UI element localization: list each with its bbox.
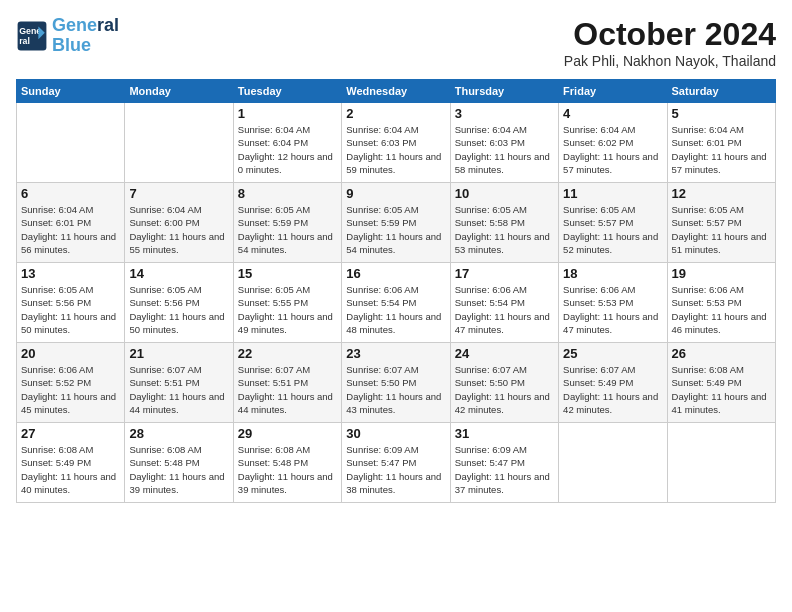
day-info: Sunrise: 6:05 AMSunset: 5:59 PMDaylight:…	[238, 203, 337, 256]
calendar-cell: 30Sunrise: 6:09 AMSunset: 5:47 PMDayligh…	[342, 423, 450, 503]
day-info: Sunrise: 6:05 AMSunset: 5:56 PMDaylight:…	[129, 283, 228, 336]
day-number: 23	[346, 346, 445, 361]
weekday-header-wednesday: Wednesday	[342, 80, 450, 103]
day-number: 6	[21, 186, 120, 201]
day-number: 14	[129, 266, 228, 281]
calendar-cell: 2Sunrise: 6:04 AMSunset: 6:03 PMDaylight…	[342, 103, 450, 183]
day-number: 3	[455, 106, 554, 121]
day-info: Sunrise: 6:04 AMSunset: 6:01 PMDaylight:…	[21, 203, 120, 256]
calendar-week-3: 13Sunrise: 6:05 AMSunset: 5:56 PMDayligh…	[17, 263, 776, 343]
month-title: October 2024	[564, 16, 776, 53]
calendar-cell: 24Sunrise: 6:07 AMSunset: 5:50 PMDayligh…	[450, 343, 558, 423]
day-number: 15	[238, 266, 337, 281]
calendar-cell: 10Sunrise: 6:05 AMSunset: 5:58 PMDayligh…	[450, 183, 558, 263]
svg-text:ral: ral	[19, 36, 30, 46]
calendar-week-5: 27Sunrise: 6:08 AMSunset: 5:49 PMDayligh…	[17, 423, 776, 503]
day-number: 10	[455, 186, 554, 201]
calendar-body: 1Sunrise: 6:04 AMSunset: 6:04 PMDaylight…	[17, 103, 776, 503]
calendar-cell	[17, 103, 125, 183]
day-number: 22	[238, 346, 337, 361]
day-number: 11	[563, 186, 662, 201]
day-info: Sunrise: 6:08 AMSunset: 5:48 PMDaylight:…	[129, 443, 228, 496]
location-subtitle: Pak Phli, Nakhon Nayok, Thailand	[564, 53, 776, 69]
logo: Gene ral GeneralBlue	[16, 16, 119, 56]
calendar-cell: 13Sunrise: 6:05 AMSunset: 5:56 PMDayligh…	[17, 263, 125, 343]
day-number: 20	[21, 346, 120, 361]
day-number: 24	[455, 346, 554, 361]
weekday-header-thursday: Thursday	[450, 80, 558, 103]
day-info: Sunrise: 6:07 AMSunset: 5:51 PMDaylight:…	[129, 363, 228, 416]
calendar-cell	[125, 103, 233, 183]
calendar-cell: 17Sunrise: 6:06 AMSunset: 5:54 PMDayligh…	[450, 263, 558, 343]
calendar-cell: 8Sunrise: 6:05 AMSunset: 5:59 PMDaylight…	[233, 183, 341, 263]
calendar-header: SundayMondayTuesdayWednesdayThursdayFrid…	[17, 80, 776, 103]
day-number: 1	[238, 106, 337, 121]
calendar-week-2: 6Sunrise: 6:04 AMSunset: 6:01 PMDaylight…	[17, 183, 776, 263]
calendar-cell: 23Sunrise: 6:07 AMSunset: 5:50 PMDayligh…	[342, 343, 450, 423]
day-number: 27	[21, 426, 120, 441]
weekday-header-row: SundayMondayTuesdayWednesdayThursdayFrid…	[17, 80, 776, 103]
calendar-cell: 27Sunrise: 6:08 AMSunset: 5:49 PMDayligh…	[17, 423, 125, 503]
day-info: Sunrise: 6:09 AMSunset: 5:47 PMDaylight:…	[455, 443, 554, 496]
calendar-cell: 20Sunrise: 6:06 AMSunset: 5:52 PMDayligh…	[17, 343, 125, 423]
calendar-cell: 25Sunrise: 6:07 AMSunset: 5:49 PMDayligh…	[559, 343, 667, 423]
title-block: October 2024 Pak Phli, Nakhon Nayok, Tha…	[564, 16, 776, 69]
day-info: Sunrise: 6:07 AMSunset: 5:50 PMDaylight:…	[346, 363, 445, 416]
calendar-cell: 12Sunrise: 6:05 AMSunset: 5:57 PMDayligh…	[667, 183, 775, 263]
calendar-cell: 5Sunrise: 6:04 AMSunset: 6:01 PMDaylight…	[667, 103, 775, 183]
calendar-cell	[667, 423, 775, 503]
calendar-cell: 3Sunrise: 6:04 AMSunset: 6:03 PMDaylight…	[450, 103, 558, 183]
day-info: Sunrise: 6:05 AMSunset: 5:55 PMDaylight:…	[238, 283, 337, 336]
calendar-cell: 15Sunrise: 6:05 AMSunset: 5:55 PMDayligh…	[233, 263, 341, 343]
day-number: 16	[346, 266, 445, 281]
weekday-header-tuesday: Tuesday	[233, 80, 341, 103]
day-number: 17	[455, 266, 554, 281]
day-info: Sunrise: 6:09 AMSunset: 5:47 PMDaylight:…	[346, 443, 445, 496]
day-info: Sunrise: 6:06 AMSunset: 5:53 PMDaylight:…	[563, 283, 662, 336]
day-info: Sunrise: 6:06 AMSunset: 5:54 PMDaylight:…	[346, 283, 445, 336]
calendar-cell: 28Sunrise: 6:08 AMSunset: 5:48 PMDayligh…	[125, 423, 233, 503]
weekday-header-friday: Friday	[559, 80, 667, 103]
day-number: 18	[563, 266, 662, 281]
calendar-cell: 11Sunrise: 6:05 AMSunset: 5:57 PMDayligh…	[559, 183, 667, 263]
day-info: Sunrise: 6:04 AMSunset: 6:02 PMDaylight:…	[563, 123, 662, 176]
weekday-header-saturday: Saturday	[667, 80, 775, 103]
day-info: Sunrise: 6:04 AMSunset: 6:03 PMDaylight:…	[346, 123, 445, 176]
day-info: Sunrise: 6:04 AMSunset: 6:03 PMDaylight:…	[455, 123, 554, 176]
weekday-header-monday: Monday	[125, 80, 233, 103]
day-info: Sunrise: 6:04 AMSunset: 6:04 PMDaylight:…	[238, 123, 337, 176]
calendar-cell	[559, 423, 667, 503]
logo-text: GeneralBlue	[52, 16, 119, 56]
day-info: Sunrise: 6:05 AMSunset: 5:59 PMDaylight:…	[346, 203, 445, 256]
calendar-cell: 14Sunrise: 6:05 AMSunset: 5:56 PMDayligh…	[125, 263, 233, 343]
day-number: 25	[563, 346, 662, 361]
day-info: Sunrise: 6:04 AMSunset: 6:01 PMDaylight:…	[672, 123, 771, 176]
calendar-cell: 31Sunrise: 6:09 AMSunset: 5:47 PMDayligh…	[450, 423, 558, 503]
calendar-cell: 18Sunrise: 6:06 AMSunset: 5:53 PMDayligh…	[559, 263, 667, 343]
day-info: Sunrise: 6:06 AMSunset: 5:53 PMDaylight:…	[672, 283, 771, 336]
day-number: 13	[21, 266, 120, 281]
day-number: 9	[346, 186, 445, 201]
day-info: Sunrise: 6:05 AMSunset: 5:57 PMDaylight:…	[672, 203, 771, 256]
day-number: 4	[563, 106, 662, 121]
day-number: 29	[238, 426, 337, 441]
day-number: 30	[346, 426, 445, 441]
calendar-cell: 26Sunrise: 6:08 AMSunset: 5:49 PMDayligh…	[667, 343, 775, 423]
calendar-cell: 6Sunrise: 6:04 AMSunset: 6:01 PMDaylight…	[17, 183, 125, 263]
day-info: Sunrise: 6:08 AMSunset: 5:48 PMDaylight:…	[238, 443, 337, 496]
day-number: 21	[129, 346, 228, 361]
day-number: 2	[346, 106, 445, 121]
weekday-header-sunday: Sunday	[17, 80, 125, 103]
calendar-week-1: 1Sunrise: 6:04 AMSunset: 6:04 PMDaylight…	[17, 103, 776, 183]
day-info: Sunrise: 6:08 AMSunset: 5:49 PMDaylight:…	[672, 363, 771, 416]
calendar-cell: 19Sunrise: 6:06 AMSunset: 5:53 PMDayligh…	[667, 263, 775, 343]
day-number: 28	[129, 426, 228, 441]
day-info: Sunrise: 6:06 AMSunset: 5:54 PMDaylight:…	[455, 283, 554, 336]
day-number: 8	[238, 186, 337, 201]
calendar-cell: 21Sunrise: 6:07 AMSunset: 5:51 PMDayligh…	[125, 343, 233, 423]
calendar-cell: 16Sunrise: 6:06 AMSunset: 5:54 PMDayligh…	[342, 263, 450, 343]
calendar-cell: 4Sunrise: 6:04 AMSunset: 6:02 PMDaylight…	[559, 103, 667, 183]
day-number: 26	[672, 346, 771, 361]
day-info: Sunrise: 6:05 AMSunset: 5:56 PMDaylight:…	[21, 283, 120, 336]
day-number: 12	[672, 186, 771, 201]
